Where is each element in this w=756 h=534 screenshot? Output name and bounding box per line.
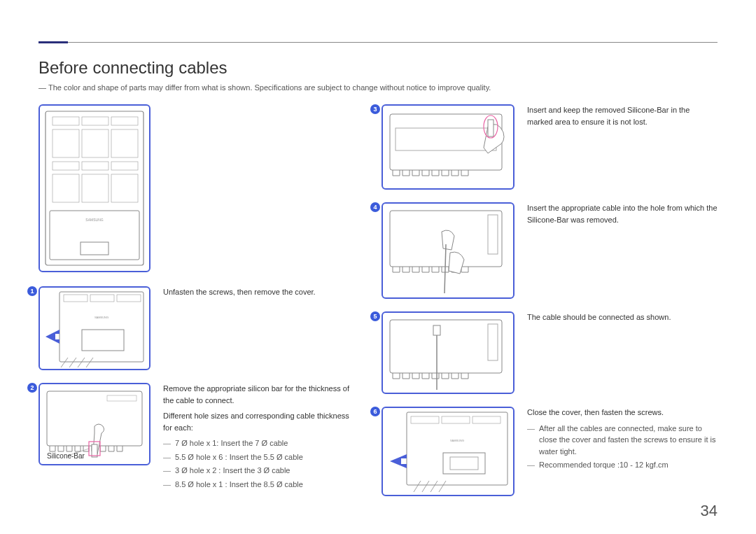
svg-rect-19 bbox=[117, 295, 141, 302]
step-3-badge: 3 bbox=[370, 104, 380, 114]
svg-rect-28 bbox=[107, 395, 136, 401]
step-3-diagram bbox=[382, 104, 514, 190]
svg-rect-41 bbox=[433, 325, 440, 335]
svg-marker-50 bbox=[390, 454, 407, 468]
svg-rect-46 bbox=[472, 416, 500, 423]
svg-rect-39 bbox=[390, 320, 502, 373]
step-5-diagram bbox=[382, 311, 514, 394]
step-2-bullet-0: ―7 Ø hole x 1: Insert the 7 Ø cable bbox=[163, 437, 354, 449]
svg-rect-20 bbox=[82, 330, 124, 351]
content-grid: SAMSUNG 1 SAMSUNG bbox=[38, 104, 718, 509]
page-title: Before connecting cables bbox=[38, 58, 718, 78]
step-5-text: The cable should be connected as shown. bbox=[527, 311, 718, 328]
step-2-row: 2 bbox=[38, 383, 354, 490]
svg-rect-4 bbox=[52, 129, 79, 157]
step-2-badge: 2 bbox=[27, 383, 37, 393]
step-1-text: Unfasten the screws, then remove the cov… bbox=[163, 286, 354, 302]
step-1-diagram: SAMSUNG bbox=[38, 286, 150, 370]
svg-rect-29 bbox=[92, 444, 97, 457]
overview-diagram: SAMSUNG bbox=[38, 104, 150, 272]
step-4-diagram bbox=[382, 202, 514, 299]
svg-line-24 bbox=[69, 358, 76, 367]
right-column: 3 Insert and keep t bbox=[382, 104, 718, 509]
step-1-badge: 1 bbox=[27, 286, 37, 296]
step-6-bullet-1: ―Recommended torque :10 - 12 kgf.cm bbox=[527, 459, 718, 471]
step-5-row: 5 The cable should be connected bbox=[382, 311, 718, 394]
svg-rect-6 bbox=[111, 129, 138, 157]
step-3-row: 3 Insert and keep t bbox=[382, 104, 718, 190]
svg-rect-12 bbox=[111, 174, 138, 202]
svg-text:SAMSUNG: SAMSUNG bbox=[450, 439, 464, 442]
step-1-row: 1 SAMSUNG bbox=[38, 286, 354, 370]
svg-rect-1 bbox=[52, 117, 79, 125]
svg-rect-16 bbox=[59, 292, 144, 362]
step-2-bullet-3: ―8.5 Ø hole x 1 : Insert the 8.5 Ø cable bbox=[163, 479, 354, 491]
left-column: SAMSUNG 1 SAMSUNG bbox=[38, 104, 354, 509]
svg-rect-45 bbox=[442, 416, 470, 423]
svg-rect-44 bbox=[411, 416, 439, 423]
svg-rect-2 bbox=[82, 117, 108, 125]
svg-rect-37 bbox=[488, 215, 498, 254]
svg-rect-10 bbox=[52, 174, 79, 202]
step-1-main: Unfasten the screws, then remove the cov… bbox=[163, 286, 354, 298]
svg-rect-14 bbox=[80, 242, 108, 255]
svg-rect-34 bbox=[488, 120, 493, 136]
svg-line-25 bbox=[78, 358, 85, 367]
header-rule bbox=[38, 42, 718, 43]
step-5-badge: 5 bbox=[370, 311, 380, 321]
step-3-main: Insert and keep the removed Silicone-Bar… bbox=[527, 104, 718, 127]
step-2-bullet-2: ―3 Ø hole x 2 : Insert the 3 Ø cable bbox=[163, 465, 354, 477]
svg-rect-47 bbox=[443, 453, 485, 474]
svg-rect-18 bbox=[90, 295, 114, 302]
svg-line-54 bbox=[439, 481, 446, 492]
step-6-diagram: SAMSUNG bbox=[382, 407, 514, 496]
step-5-main: The cable should be connected as shown. bbox=[527, 311, 718, 323]
step-6-bullet-0: ―After all the cables are connected, mak… bbox=[527, 423, 718, 458]
svg-line-26 bbox=[86, 358, 93, 367]
step-2-main2: Different hole sizes and corresponding c… bbox=[163, 410, 354, 433]
svg-rect-7 bbox=[52, 162, 79, 170]
svg-rect-33 bbox=[396, 128, 496, 150]
step-6-main: Close the cover, then fasten the screws. bbox=[527, 407, 718, 419]
svg-line-52 bbox=[422, 481, 429, 492]
svg-rect-11 bbox=[82, 174, 108, 202]
svg-line-38 bbox=[444, 244, 446, 293]
svg-rect-8 bbox=[82, 162, 108, 170]
svg-text:SAMSUNG: SAMSUNG bbox=[94, 316, 108, 319]
top-note-text: The color and shape of parts may differ … bbox=[48, 83, 491, 92]
svg-rect-5 bbox=[82, 129, 108, 157]
step-6-badge: 6 bbox=[370, 407, 380, 416]
step-2-main1: Remove the appropriate silicon bar for t… bbox=[163, 383, 354, 406]
page-number: 34 bbox=[701, 502, 718, 520]
step-4-row: 4 Insert the approp bbox=[382, 202, 718, 299]
svg-line-53 bbox=[430, 481, 438, 492]
svg-text:SAMSUNG: SAMSUNG bbox=[85, 218, 103, 222]
step-3-text: Insert and keep the removed Silicone-Bar… bbox=[527, 104, 718, 132]
top-note: ―The color and shape of parts may differ… bbox=[38, 83, 718, 92]
svg-rect-48 bbox=[450, 457, 478, 470]
svg-marker-22 bbox=[46, 330, 59, 344]
step-2-bullet-1: ―5.5 Ø hole x 6 : Insert the 5.5 Ø cable bbox=[163, 451, 354, 463]
step-6-text: Close the cover, then fasten the screws.… bbox=[527, 407, 718, 471]
silicone-bar-label: Silicone-Bar bbox=[47, 452, 85, 460]
svg-rect-40 bbox=[488, 324, 498, 360]
svg-line-23 bbox=[61, 358, 68, 367]
step-2-diagram: Silicone-Bar bbox=[38, 383, 150, 465]
step-4-text: Insert the appropriate cable into the ho… bbox=[527, 202, 718, 230]
svg-rect-3 bbox=[111, 117, 138, 125]
svg-line-51 bbox=[414, 481, 421, 492]
step-4-badge: 4 bbox=[370, 202, 380, 212]
svg-rect-9 bbox=[111, 162, 138, 170]
step-4-main: Insert the appropriate cable into the ho… bbox=[527, 202, 718, 225]
step-6-row: 6 SAMSUNG bbox=[382, 407, 718, 496]
step-2-text: Remove the appropriate silicon bar for t… bbox=[163, 383, 354, 490]
svg-rect-17 bbox=[64, 295, 88, 302]
